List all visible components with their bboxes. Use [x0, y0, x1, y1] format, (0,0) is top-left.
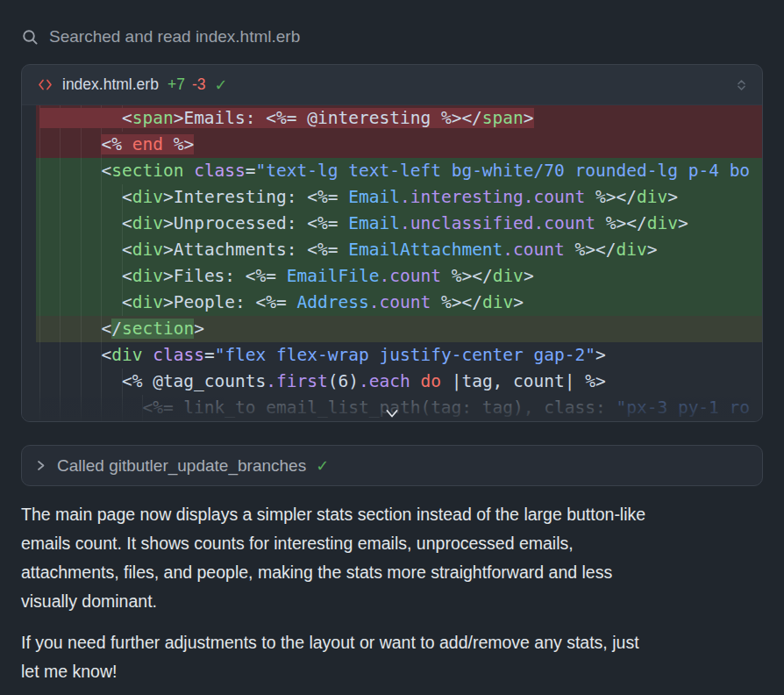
assistant-message-paragraph: If you need further adjustments to the l…: [21, 628, 763, 686]
code-line-text: <div>Interesting: <%= Email.interesting.…: [36, 184, 762, 211]
diff-deletions: -3: [192, 75, 206, 94]
diff-line: <section class="text-lg text-left bg-whi…: [36, 158, 762, 184]
code-line-text: <% end %>: [36, 132, 762, 158]
code-line-text: <section class="text-lg text-left bg-whi…: [36, 158, 762, 184]
assistant-message-paragraph: The main page now displays a simpler sta…: [21, 500, 763, 616]
text-line: emails count. It shows counts for intere…: [21, 529, 763, 558]
text-line: If you need further adjustments to the l…: [21, 628, 763, 657]
code-line-text: <div>Files: <%= EmailFile.count %></div>: [36, 263, 762, 290]
code-line-text: <span>Emails: <%= @interesting %></span>: [36, 105, 762, 132]
diff-card-header[interactable]: index.html.erb +7 -3 ✓: [22, 65, 762, 105]
diff-line: <div>People: <%= Address.count %></div>: [36, 290, 762, 316]
diff-line: </section>: [36, 316, 762, 342]
text-line: attachments, files, and people, making t…: [21, 558, 763, 587]
code-line-text: <div>People: <%= Address.count %></div>: [36, 290, 762, 316]
diff-filename: index.html.erb: [62, 75, 159, 94]
diff-line: <div>Files: <%= EmailFile.count %></div>: [36, 263, 762, 290]
assistant-message: The main page now displays a simpler sta…: [21, 500, 763, 686]
diff-line: <div class="flex flex-wrap justify-cente…: [36, 342, 762, 369]
diff-line: <% @tag_counts.first(6).each do |tag, co…: [36, 369, 762, 395]
chat-transcript: Searched and read index.html.erb index.h…: [0, 0, 784, 686]
diff-line: <span>Emails: <%= @interesting %></span>: [36, 105, 762, 132]
text-line: visually dominant.: [21, 587, 763, 616]
tool-success-check-icon: ✓: [316, 458, 329, 474]
unfold-icon[interactable]: [733, 75, 750, 95]
code-line-text: <% @tag_counts.first(6).each do |tag, co…: [36, 369, 762, 395]
code-line-text: </section>: [36, 316, 762, 342]
diff-line: <div>Interesting: <%= Email.interesting.…: [36, 184, 762, 211]
code-line-text: <div>Unprocessed: <%= Email.unclassified…: [36, 211, 762, 237]
tool-status-label: Searched and read index.html.erb: [49, 27, 300, 47]
diff-additions: +7: [167, 75, 185, 94]
text-line: let me know!: [21, 657, 763, 686]
diff-line: <div>Unprocessed: <%= Email.unclassified…: [36, 211, 762, 237]
tool-call-label: Called gitbutler_update_branches: [57, 456, 306, 476]
diff-line: <% end %>: [36, 132, 762, 158]
search-icon: [21, 28, 39, 47]
code-line-text: <div>Attachments: <%= EmailAttachment.co…: [36, 237, 762, 263]
text-line: The main page now displays a simpler sta…: [21, 500, 763, 529]
diff-line: <div>Attachments: <%= EmailAttachment.co…: [36, 237, 762, 263]
chevron-down-icon[interactable]: [384, 408, 400, 419]
diff-success-check-icon: ✓: [214, 77, 227, 93]
code-line-text: <div class="flex flex-wrap justify-cente…: [36, 342, 762, 369]
diff-code-block[interactable]: <span>Emails: <%= @interesting %></span>…: [22, 105, 762, 421]
tool-status-header[interactable]: Searched and read index.html.erb: [21, 0, 763, 47]
tool-call-card[interactable]: Called gitbutler_update_branches ✓: [21, 445, 763, 486]
diff-card: index.html.erb +7 -3 ✓ <span>Emails: <%=…: [21, 64, 763, 422]
code-icon: [37, 77, 53, 92]
chevron-right-icon: [34, 459, 47, 472]
